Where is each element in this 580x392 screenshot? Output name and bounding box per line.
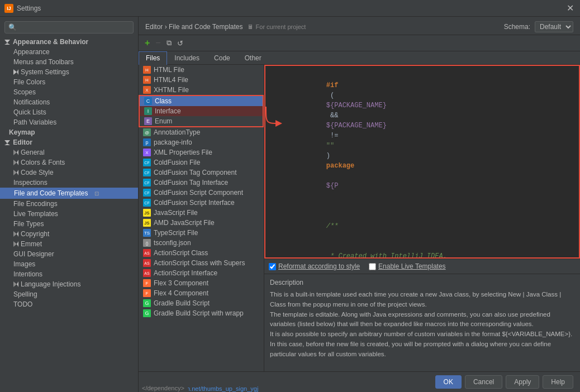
file-item-flex4[interactable]: F Flex 4 Component [139,288,264,298]
tab-code[interactable]: Code [207,51,237,64]
live-templates-checkbox[interactable] [369,263,376,270]
reset-template-button[interactable]: ↺ [175,39,185,48]
file-item-html[interactable]: H HTML File [139,65,264,75]
ts-file-icon: TS [143,229,151,237]
cf-script-comp-icon: CF [143,189,151,197]
sidebar-item-live-templates[interactable]: Live Templates [0,209,138,219]
sidebar-item-quick-lists[interactable]: Quick Lists [0,107,138,117]
copy-template-button[interactable]: ⧉ [165,38,173,48]
flex3-icon: F [143,279,151,287]
title-bar-left: IJ Settings [4,4,41,13]
search-input[interactable] [4,21,134,34]
button-bar: https://blog.csdn.net/thumbs_up_sign_ygj… [139,371,580,392]
add-template-button[interactable]: + [143,37,151,49]
file-item-actionscript[interactable]: AS ActionScript Class [139,248,264,258]
file-item-cf-script-interface[interactable]: CF ColdFusion Script Interface [139,198,264,208]
template-group-java: C Class I Interface E Enum [139,95,264,127]
reformat-checkbox[interactable] [269,263,276,270]
code-editor[interactable]: #if ( ${PACKAGE_NAME} && ${PACKAGE_NAME}… [264,65,580,259]
tab-files[interactable]: Files [139,51,167,65]
panel-breadcrumb: Editor › File and Code Templates [145,23,243,31]
class-file-icon: C [144,97,152,105]
sidebar-item-images[interactable]: Images [0,259,138,269]
sidebar-item-gui-designer[interactable]: GUI Designer [0,249,138,259]
window-title: Settings [17,4,41,12]
sidebar-item-spelling[interactable]: Spelling [0,289,138,299]
file-item-package-info[interactable]: p package-info [139,137,264,147]
sidebar-item-menus-toolbars[interactable]: Menus and Toolbars [0,57,138,67]
apply-button[interactable]: Apply [506,375,539,389]
file-item-amd-javascript[interactable]: JS AMD JavaScript File [139,218,264,228]
file-item-cf-script-component[interactable]: CF ColdFusion Script Component [139,188,264,198]
file-item-xml-properties[interactable]: X XML Properties File [139,147,264,157]
sidebar-item-file-colors[interactable]: File Colors [0,77,138,87]
enum-file-icon: E [144,117,152,125]
file-item-cf-tag-component[interactable]: CF ColdFusion Tag Component [139,168,264,178]
sidebar-group-editor[interactable]: Editor [0,137,138,147]
close-button[interactable]: ✕ [564,3,576,13]
sidebar-item-notifications[interactable]: Notifications [0,97,138,107]
sidebar-item-file-encodings[interactable]: File Encodings [0,199,138,209]
sidebar-item-intentions[interactable]: Intentions [0,269,138,279]
split-pane: H HTML File H HTML4 File X XHTML File [139,65,580,371]
tab-includes[interactable]: Includes [167,51,207,64]
as-supers-icon: AS [143,259,151,267]
reformat-checkbox-group[interactable]: Reformat according to style [269,262,360,270]
cancel-button[interactable]: Cancel [465,375,502,389]
sidebar-item-code-style[interactable]: Code Style [0,168,138,178]
file-item-annotation[interactable]: @ AnnotationType [139,127,264,137]
file-item-class[interactable]: C Class [140,96,263,106]
schema-select[interactable]: Default Project [535,21,573,32]
file-item-tsconfig[interactable]: {} tsconfig.json [139,238,264,248]
expand-icon [4,40,10,45]
tab-other[interactable]: Other [237,51,269,64]
code-line-comment-start: /** [270,211,574,241]
sidebar-item-language-injections[interactable]: Language Injections [0,279,138,289]
app-icon: IJ [4,4,13,13]
file-item-gradle-wrap[interactable]: G Gradle Build Script with wrapp [139,308,264,318]
file-item-xhtml[interactable]: X XHTML File [139,85,264,95]
sidebar-item-scopes[interactable]: Scopes [0,87,138,97]
html4-file-icon: H [143,76,151,84]
annotation-file-icon: @ [143,128,151,136]
as-file-icon: AS [143,249,151,257]
help-button[interactable]: Help [543,375,573,389]
file-item-html4[interactable]: H HTML4 File [139,75,264,85]
sidebar-group-appearance-behavior[interactable]: Appearance & Behavior [0,37,138,47]
file-item-javascript[interactable]: JS JavaScript File [139,208,264,218]
file-item-coldfusion[interactable]: CF ColdFusion File [139,157,264,168]
file-item-actionscript-supers[interactable]: AS ActionScript Class with Supers [139,258,264,268]
file-item-enum[interactable]: E Enum [140,116,263,126]
editor-section: #if ( ${PACKAGE_NAME} && ${PACKAGE_NAME}… [264,65,580,371]
file-item-cf-tag-interface[interactable]: CF ColdFusion Tag Interface [139,178,264,188]
amd-js-icon: JS [143,219,151,227]
sidebar-item-keymap[interactable]: Keymap [0,127,138,137]
sidebar-item-colors-fonts[interactable]: Colors & Fonts [0,157,138,168]
sidebar-item-general[interactable]: General [0,147,138,157]
expand-icon-copyright [13,231,18,237]
sidebar-item-path-variables[interactable]: Path Variables [0,117,138,127]
remove-template-button[interactable]: − [154,37,162,49]
file-item-interface[interactable]: I Interface [140,106,263,116]
file-item-typescript[interactable]: TS TypeScript File [139,228,264,238]
expand-icon-emmet [13,241,18,247]
sidebar-item-copyright[interactable]: Copyright [0,229,138,239]
sidebar-item-file-code-templates[interactable]: File and Code Templates ⊡ [0,188,138,199]
file-item-actionscript-interface[interactable]: AS ActionScript Interface [139,268,264,278]
code-line-1: #if ( ${PACKAGE_NAME} && ${PACKAGE_NAME}… [270,70,574,201]
sidebar-item-file-types[interactable]: File Types [0,219,138,229]
project-scope-label: For current project [248,23,306,30]
sidebar-item-appearance[interactable]: Appearance [0,47,138,57]
live-templates-checkbox-group[interactable]: Enable Live Templates [369,262,446,270]
sidebar-item-inspections[interactable]: Inspections [0,178,138,188]
sidebar-item-system-settings[interactable]: System Settings [0,67,138,77]
html-file-icon: H [143,66,151,74]
description-title: Description [270,278,574,288]
sidebar-item-todo[interactable]: TODO [0,299,138,309]
file-item-flex3[interactable]: F Flex 3 Component [139,278,264,288]
sidebar-item-emmet[interactable]: Emmet [0,239,138,249]
schema-label: Schema: [504,23,530,31]
ok-button[interactable]: OK [435,375,462,389]
live-templates-label: Enable Live Templates [378,262,446,270]
file-item-gradle[interactable]: G Gradle Build Script [139,298,264,308]
